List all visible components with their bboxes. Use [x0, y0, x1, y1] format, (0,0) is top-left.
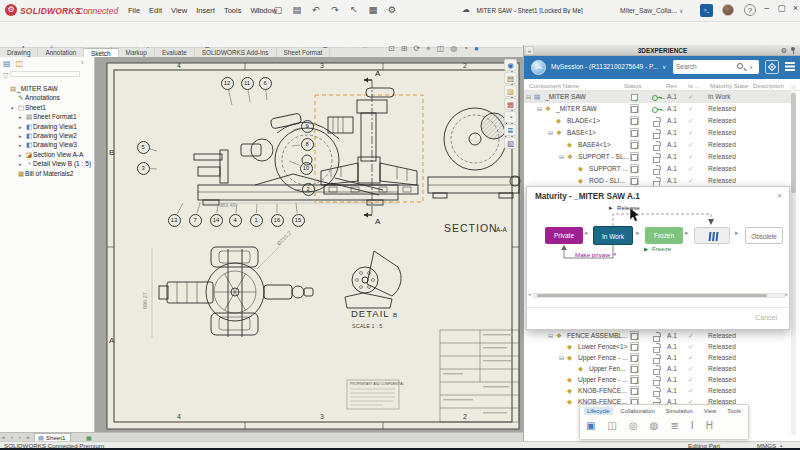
display-style-icon[interactable]: ◫ [437, 44, 445, 54]
freeze-transition-label[interactable]: Freeze [652, 245, 671, 252]
home-icon[interactable]: ⌂ [253, 4, 265, 15]
scroll-right-icon[interactable]: ▸ [785, 291, 788, 297]
action-tab-lifecycle[interactable]: Lifecycle [584, 407, 613, 415]
menu-view[interactable]: View [171, 6, 187, 15]
restore-button[interactable]: ▢ [775, 3, 788, 13]
tab-sheet-format[interactable]: Sheet Format [277, 48, 331, 57]
rotate-view-icon[interactable]: ⟳ [413, 44, 420, 54]
taskpane-design-library-icon[interactable]: ▤ [504, 72, 517, 84]
taskpane-appearances-icon[interactable]: ◔ [504, 111, 517, 123]
expander-icon[interactable]: ⊟ [559, 151, 564, 163]
session-title[interactable]: MySession - (R1132100275649 - P... [551, 63, 666, 70]
tree-filter[interactable]: ▽ [3, 71, 80, 80]
feature-tree-tab-icon[interactable]: ▤ [3, 59, 11, 68]
select-icon[interactable]: ↖ [348, 4, 360, 15]
expander-icon[interactable]: ⊟ [537, 103, 542, 115]
search-input[interactable] [676, 61, 734, 72]
component-row[interactable]: ⊟❖_MITER SAWA.1✓Released [524, 103, 794, 115]
new-document-icon[interactable]: ▢ [272, 4, 284, 15]
tab-annotation[interactable]: Annotation [38, 48, 84, 57]
component-row[interactable]: ◆SUPPORT ...A.1✓Released [524, 163, 794, 175]
gear-icon[interactable]: ⚙ [781, 46, 787, 55]
print-icon[interactable]: ▤ [291, 4, 303, 15]
pin-icon[interactable] [790, 47, 796, 54]
tree-item-drawing-view1[interactable]: ▸◧Drawing View1 [0, 122, 95, 131]
column-header-is-[interactable]: Is ... [688, 82, 700, 89]
tree-item-section-view-a-a[interactable]: ▸◪Section View A-A [0, 150, 95, 159]
tree-item-sheet1[interactable]: ▾▢Sheet1 [0, 103, 95, 112]
appearance-icon[interactable]: ▦ [367, 4, 379, 15]
column-header-maturity-state[interactable]: Maturity State [710, 82, 748, 89]
collapse-panel-icon[interactable]: « [525, 46, 534, 55]
scrollbar-thumb[interactable] [791, 93, 796, 193]
tree-item--miter-saw[interactable]: ▤_MITER SAW [0, 84, 95, 93]
launcher-icon[interactable]: >_ [700, 4, 713, 17]
release-transition-label[interactable]: Release [617, 204, 640, 211]
column-header-status[interactable]: Status [624, 82, 642, 89]
drawing-graphics-area[interactable]: 983.49 [95, 57, 523, 432]
action-tab-simulation[interactable]: Simulation [663, 407, 696, 415]
taskpane-view-palette-icon[interactable]: ▦ [504, 98, 517, 110]
action-tab-view[interactable]: View [701, 407, 719, 415]
insert-revision-icon[interactable]: Ⅰ [691, 420, 694, 431]
maturity-state-private[interactable]: Private [545, 227, 583, 244]
zoom-area-icon[interactable]: ⊞ [401, 44, 408, 54]
revisions-icon[interactable]: ◫ [607, 420, 616, 431]
tree-item-drawing-view2[interactable]: ▸◧Drawing View2 [0, 131, 95, 140]
expand-panel-icon[interactable]: › [81, 59, 83, 66]
taskpane-custom-properties-icon[interactable]: ≣ [504, 124, 517, 136]
add-sheet-icon[interactable]: ▦ [86, 434, 92, 441]
menu-tools[interactable]: Tools [224, 6, 242, 15]
component-row[interactable]: ⊟▤_MITER SAWA.1✓In Work [524, 91, 794, 103]
tab-solidworks-add-ins[interactable]: SOLIDWORKS Add-Ins [195, 48, 277, 57]
dialog-horizontal-scrollbar[interactable] [533, 293, 785, 298]
redo-icon[interactable]: ↷ [329, 4, 341, 15]
maturity-state-released[interactable] [694, 227, 730, 244]
component-row[interactable]: ◆BLADE<1>A.1✓Released [524, 115, 794, 127]
taskpane-forum-icon[interactable]: ▧ [504, 137, 517, 149]
sheet-nav-buttons[interactable]: « ‹ › » [2, 434, 32, 440]
maturity-state-in-work[interactable]: In Work [593, 226, 633, 245]
minimize-button[interactable]: – [760, 3, 773, 13]
close-button[interactable]: × [789, 3, 800, 13]
tree-item-sheet-format1[interactable]: ▸▤Sheet Format1 [0, 112, 95, 121]
view-settings-icon[interactable]: ◔ [463, 44, 468, 54]
expander-icon[interactable]: ⊟ [548, 127, 553, 139]
replace-revision-icon[interactable]: Η [706, 420, 713, 431]
expander-icon[interactable]: ⊟ [526, 91, 531, 103]
hamburger-menu-icon[interactable] [785, 62, 795, 64]
search-icon[interactable] [737, 63, 743, 69]
panel-scrollbar[interactable] [791, 85, 796, 435]
dialog-scrollbar-thumb[interactable] [537, 294, 767, 297]
tab-markup[interactable]: Markup [119, 48, 155, 57]
collab-space-dropdown[interactable]: Miter_Saw_Colla...∨ [620, 7, 683, 14]
list-view-icon[interactable]: ≣ [670, 420, 678, 431]
close-icon[interactable]: × [777, 191, 782, 200]
compass-icon[interactable] [531, 60, 546, 75]
column-header-component-name[interactable]: Component Name [529, 82, 579, 89]
tab-evaluate[interactable]: Evaluate [155, 48, 195, 57]
maturity-state-obsolete[interactable]: Obsolete [745, 227, 783, 244]
action-tab-collaboration[interactable]: Collaboration [618, 407, 658, 415]
scroll-left-icon[interactable]: ◂ [528, 291, 531, 297]
maturity-state-frozen[interactable]: Frozen [645, 227, 683, 244]
tree-item-bill-of-materials2[interactable]: ▦Bill of Materials2 [0, 169, 95, 178]
menu-file[interactable]: File [128, 6, 140, 15]
tab-sketch[interactable]: Sketch [84, 48, 119, 57]
view-orientation-icon[interactable]: ⌖ [426, 44, 431, 54]
chevron-down-icon[interactable]: ∨ [662, 63, 666, 70]
taskpane-3dexperience-icon[interactable]: ◉ [504, 59, 517, 71]
tag-icon[interactable] [765, 60, 779, 74]
help-button[interactable]: ? [744, 4, 756, 16]
user-avatar[interactable] [722, 4, 734, 16]
tab-drawing[interactable]: Drawing [0, 48, 38, 57]
component-row[interactable]: ⊟❖SUPPORT - SL...A.1✓Released [524, 151, 794, 163]
cancel-button[interactable]: Cancel [755, 314, 777, 321]
menu-edit[interactable]: Edit [149, 6, 162, 15]
globe-icon[interactable]: ◍ [650, 420, 659, 431]
make-private-transition-label[interactable]: Make private [575, 251, 610, 258]
options-icon[interactable]: ⚙ [386, 4, 398, 15]
taskpane-file-explorer-icon[interactable]: ▨ [504, 85, 517, 97]
undo-icon[interactable]: ↶ [310, 4, 322, 15]
component-row[interactable]: ◆ROD - SLI...A.1✓Released [524, 175, 794, 186]
